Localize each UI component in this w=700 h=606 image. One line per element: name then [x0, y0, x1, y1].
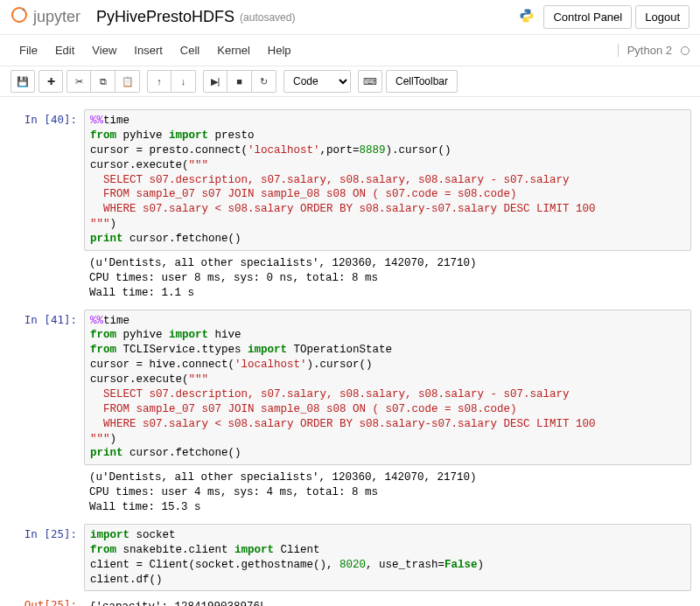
- menu-view[interactable]: View: [83, 38, 125, 62]
- interrupt-button[interactable]: ■: [228, 70, 252, 93]
- toolbar: 💾 ✚ ✂ ⧉ 📋 ↑ ↓ ▶| ■ ↻ Code ⌨ CellToolbar: [0, 66, 700, 97]
- plus-icon: ✚: [47, 76, 55, 87]
- in-prompt: In [40]:: [9, 109, 84, 306]
- menu-help[interactable]: Help: [259, 38, 300, 62]
- cut-icon: ✂: [75, 76, 83, 87]
- notebook-header: jupyter PyHivePrestoHDFS (autosaved) Con…: [0, 0, 700, 35]
- jupyter-logo[interactable]: jupyter: [10, 6, 80, 28]
- keyboard-icon: ⌨: [363, 76, 377, 87]
- kernel-name: Python 2: [618, 44, 677, 57]
- celltoolbar-button[interactable]: CellToolbar: [386, 70, 458, 93]
- cell-output: (u'Dentists, all other specialists', 120…: [84, 465, 691, 520]
- code-input[interactable]: %%time from pyhive import hive from TCLI…: [84, 310, 691, 466]
- menu-insert[interactable]: Insert: [125, 38, 172, 62]
- notebook-area[interactable]: In [40]: %%time from pyhive import prest…: [0, 97, 700, 606]
- move-up-button[interactable]: ↑: [147, 70, 172, 93]
- run-button[interactable]: ▶|: [203, 70, 228, 93]
- kernel-indicator-icon: [681, 46, 690, 55]
- cell-output: {'capacity': 1284199038976L, 'corrupt_bl…: [84, 595, 691, 606]
- restart-button[interactable]: ↻: [252, 70, 276, 93]
- menu-edit[interactable]: Edit: [46, 38, 83, 62]
- arrow-up-icon: ↑: [157, 76, 162, 87]
- code-cell[interactable]: In [40]: %%time from pyhive import prest…: [9, 109, 691, 306]
- menu-kernel[interactable]: Kernel: [208, 38, 259, 62]
- svg-point-1: [23, 9, 25, 11]
- menubar: File Edit View Insert Cell Kernel Help P…: [0, 35, 700, 66]
- in-prompt: In [25]:: [9, 524, 84, 592]
- menu-file[interactable]: File: [10, 38, 46, 62]
- command-palette-button[interactable]: ⌨: [358, 70, 382, 93]
- notebook-name[interactable]: PyHivePrestoHDFS: [96, 8, 234, 26]
- output-cell: Out[25]: {'capacity': 1284199038976L, 'c…: [9, 595, 691, 606]
- cut-button[interactable]: ✂: [66, 70, 91, 93]
- celltype-select[interactable]: Code: [284, 70, 351, 93]
- arrow-down-icon: ↓: [181, 76, 186, 87]
- add-cell-button[interactable]: ✚: [38, 70, 63, 93]
- save-button[interactable]: 💾: [10, 70, 35, 93]
- in-prompt: In [41]:: [9, 310, 84, 520]
- run-icon: ▶|: [211, 76, 220, 87]
- out-prompt: Out[25]:: [9, 595, 84, 606]
- paste-icon: 📋: [122, 76, 134, 87]
- code-cell[interactable]: In [41]: %%time from pyhive import hive …: [9, 310, 691, 520]
- stop-icon: ■: [236, 76, 242, 87]
- control-panel-button[interactable]: Control Panel: [543, 5, 632, 29]
- menu-cell[interactable]: Cell: [172, 38, 208, 62]
- move-down-button[interactable]: ↓: [172, 70, 196, 93]
- paste-button[interactable]: 📋: [116, 70, 140, 93]
- logout-button[interactable]: Logout: [635, 5, 690, 29]
- jupyter-icon: [10, 6, 28, 28]
- code-cell[interactable]: In [25]: import socket from snakebite.cl…: [9, 524, 691, 592]
- code-input[interactable]: %%time from pyhive import presto cursor …: [84, 109, 691, 251]
- restart-icon: ↻: [260, 76, 268, 87]
- copy-button[interactable]: ⧉: [91, 70, 116, 93]
- autosave-status: (autosaved): [240, 11, 295, 24]
- python-icon: [519, 8, 535, 27]
- cell-output: (u'Dentists, all other specialists', 120…: [84, 251, 691, 306]
- copy-icon: ⧉: [100, 76, 107, 87]
- save-icon: 💾: [17, 76, 29, 87]
- jupyter-label: jupyter: [33, 8, 80, 26]
- code-input[interactable]: import socket from snakebite.client impo…: [84, 524, 691, 592]
